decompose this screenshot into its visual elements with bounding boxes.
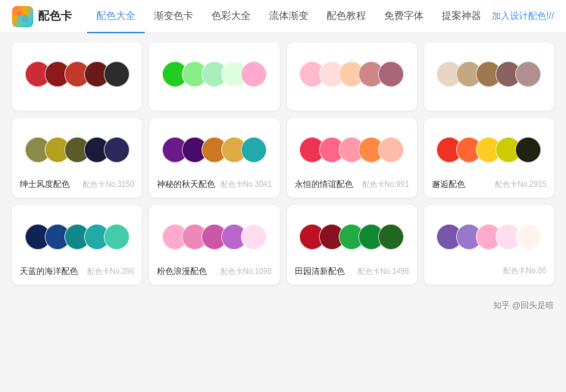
color-card-grid: 绅士风度配色配色卡No.3150神秘的秋天配色配色卡No.3041永恒的情谊配色… (12, 42, 554, 285)
color-circle-4 (241, 61, 267, 87)
card-number: 配色卡No.3041 (220, 179, 272, 190)
color-card[interactable]: 永恒的情谊配色配色卡No.991 (287, 118, 417, 198)
card-name: 田园清新配色 (295, 266, 345, 277)
color-card[interactable] (287, 42, 417, 110)
color-circle-4 (378, 224, 404, 250)
card-footer: 天蓝的海洋配色配色卡No.396 (20, 266, 134, 277)
color-circle-4 (378, 137, 404, 163)
card-footer: 田园清新配色配色卡No.1498 (295, 266, 409, 277)
color-circle-4 (378, 61, 404, 87)
color-circle-4 (515, 61, 541, 87)
circle-group (432, 51, 546, 97)
card-number: 配色卡No.1498 (358, 266, 409, 277)
card-footer: 神秘的秋天配色配色卡No.3041 (157, 179, 271, 190)
card-name: 天蓝的海洋配色 (20, 266, 78, 277)
color-card[interactable]: 绅士风度配色配色卡No.3150 (12, 118, 142, 198)
nav-item-5[interactable]: 免费字体 (375, 0, 433, 33)
circle-group (20, 127, 134, 173)
card-footer: 邂逅配色配色卡No.2915 (432, 179, 546, 190)
color-circle-4 (104, 61, 130, 87)
color-card[interactable] (424, 42, 554, 110)
color-card[interactable] (149, 42, 279, 110)
circle-group (157, 51, 271, 97)
color-circle-4 (515, 137, 541, 163)
watermark: 知乎 @回头是暗 (0, 294, 566, 317)
logo-text: 配色卡 (38, 9, 72, 23)
color-card[interactable]: 神秘的秋天配色配色卡No.3041 (149, 118, 279, 198)
nav-item-2[interactable]: 色彩大全 (202, 0, 260, 33)
card-number: 配色卡No.1098 (220, 266, 272, 277)
circle-group (20, 51, 134, 97)
nav-item-4[interactable]: 配色教程 (317, 0, 375, 33)
nav-item-3[interactable]: 流体渐变 (260, 0, 317, 33)
card-number: 配色卡No.396 (87, 266, 134, 277)
circle-group (432, 214, 546, 260)
card-footer: 绅士风度配色配色卡No.3150 (20, 179, 134, 190)
color-card[interactable]: 邂逅配色配色卡No.2915 (424, 118, 554, 198)
color-card[interactable] (12, 42, 142, 110)
nav-item-1[interactable]: 渐变色卡 (145, 0, 202, 33)
logo-icon (12, 6, 33, 27)
card-name: 邂逅配色 (432, 179, 465, 190)
color-circle-4 (104, 224, 130, 250)
logo: 配色卡 (12, 6, 72, 27)
main-nav: 配色大全渐变色卡色彩大全流体渐变配色教程免费字体提案神器 (87, 0, 490, 33)
nav-item-0[interactable]: 配色大全 (87, 0, 145, 33)
circle-group (295, 127, 409, 173)
card-number: 配色卡No.86 (503, 266, 546, 276)
card-footer: 粉色浪漫配色配色卡No.1098 (157, 266, 271, 277)
circle-group (295, 214, 409, 260)
color-card[interactable]: 配色卡No.86 (424, 205, 554, 285)
circle-group (157, 127, 271, 173)
color-card[interactable]: 天蓝的海洋配色配色卡No.396 (12, 205, 142, 285)
card-number: 配色卡No.3150 (83, 179, 134, 190)
header-cta[interactable]: 加入设计配色!// (492, 10, 554, 23)
color-card[interactable]: 粉色浪漫配色配色卡No.1098 (149, 205, 279, 285)
card-name: 神秘的秋天配色 (157, 179, 215, 190)
color-card[interactable]: 田园清新配色配色卡No.1498 (287, 205, 417, 285)
svg-point-3 (21, 15, 29, 23)
card-name: 粉色浪漫配色 (157, 266, 207, 277)
card-footer: 永恒的情谊配色配色卡No.991 (295, 179, 409, 190)
card-name: 绅士风度配色 (20, 179, 70, 190)
card-footer: 配色卡No.86 (432, 266, 546, 276)
circle-group (295, 51, 409, 97)
header: 配色卡 配色大全渐变色卡色彩大全流体渐变配色教程免费字体提案神器 加入设计配色!… (0, 0, 566, 33)
circle-group (20, 214, 134, 260)
color-circle-4 (104, 137, 130, 163)
circle-group (432, 127, 546, 173)
card-number: 配色卡No.2915 (495, 179, 546, 190)
nav-item-6[interactable]: 提案神器 (433, 0, 490, 33)
circle-group (157, 214, 271, 260)
main-content: 绅士风度配色配色卡No.3150神秘的秋天配色配色卡No.3041永恒的情谊配色… (0, 33, 566, 294)
color-circle-4 (241, 224, 267, 250)
color-circle-4 (241, 137, 267, 163)
color-circle-4 (515, 224, 541, 250)
card-number: 配色卡No.991 (362, 179, 409, 190)
card-name: 永恒的情谊配色 (295, 179, 353, 190)
